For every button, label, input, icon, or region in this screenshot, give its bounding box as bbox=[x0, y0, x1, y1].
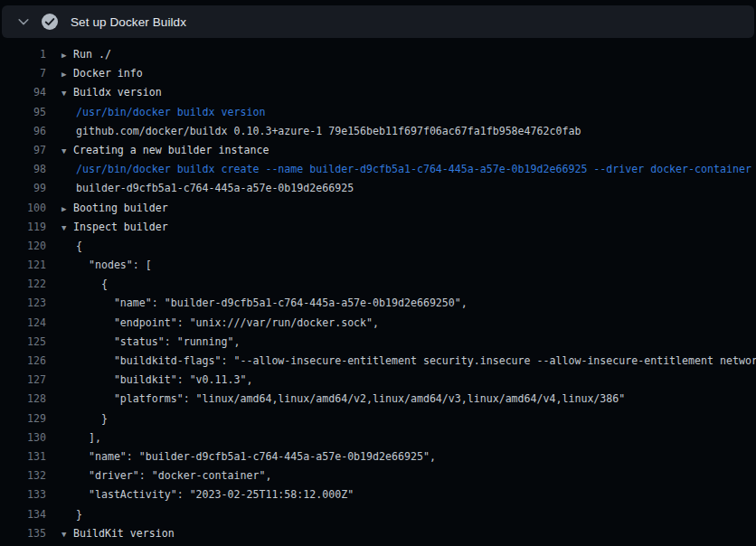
log-group-toggle[interactable]: ▶Run ./ bbox=[61, 45, 111, 64]
line-number[interactable]: 97 bbox=[0, 141, 46, 160]
log-line-text: "buildkitd-flags": "--allow-insecure-ent… bbox=[76, 354, 756, 367]
check-circle-icon bbox=[42, 14, 58, 30]
line-number[interactable]: 132 bbox=[0, 466, 46, 485]
log-line: 125 "status": "running", bbox=[0, 333, 756, 352]
log-output-text: github.com/docker/buildx 0.10.3+azure-1 … bbox=[76, 122, 581, 141]
log-line-text: "nodes": [ bbox=[76, 259, 152, 271]
line-number[interactable]: 99 bbox=[0, 179, 46, 198]
log-output-text: { bbox=[76, 275, 108, 294]
log-output-text: { bbox=[76, 237, 82, 256]
line-number[interactable]: 133 bbox=[0, 485, 46, 504]
line-number[interactable]: 135 bbox=[0, 524, 46, 543]
log-line: 128 "platforms": "linux/amd64,linux/amd6… bbox=[0, 390, 756, 409]
log-line-text: } bbox=[76, 412, 108, 425]
log-line: 129 } bbox=[0, 410, 756, 428]
log-line: 130 ], bbox=[0, 428, 756, 447]
log-line-text: "endpoint": "unix:///var/run/docker.sock… bbox=[76, 316, 379, 329]
line-number[interactable]: 120 bbox=[0, 237, 46, 256]
line-number[interactable]: 100 bbox=[0, 199, 46, 218]
line-number[interactable]: 95 bbox=[0, 103, 46, 122]
log-line: 124 "endpoint": "unix:///var/run/docker.… bbox=[0, 314, 756, 333]
log-line: 94▼Buildx version bbox=[0, 83, 756, 102]
log-line: 134} bbox=[0, 505, 756, 524]
log-group-toggle[interactable]: ▶Docker info bbox=[61, 64, 143, 83]
expand-triangle-icon[interactable]: ▶ bbox=[61, 65, 73, 83]
line-number[interactable]: 122 bbox=[0, 275, 46, 294]
log-line-text: { bbox=[76, 278, 108, 290]
expand-triangle-icon[interactable]: ▶ bbox=[61, 46, 73, 64]
log-line: 100▶Booting builder bbox=[0, 199, 756, 218]
line-number[interactable]: 131 bbox=[0, 447, 46, 466]
line-number[interactable]: 128 bbox=[0, 390, 46, 409]
log-output-text: "platforms": "linux/amd64,linux/amd64/v2… bbox=[76, 390, 625, 409]
step-title: Set up Docker Buildx bbox=[71, 15, 186, 29]
log-command-text: /usr/bin/docker buildx version bbox=[76, 103, 265, 122]
chevron-down-icon[interactable] bbox=[16, 14, 31, 29]
line-number[interactable]: 126 bbox=[0, 352, 46, 371]
log-output-text: "name": "builder-d9cfb5a1-c764-445a-a57e… bbox=[76, 447, 436, 466]
log-line-text: "name": "builder-d9cfb5a1-c764-445a-a57e… bbox=[76, 450, 436, 463]
log-group-toggle[interactable]: ▼Inspect builder bbox=[61, 218, 168, 237]
log-line: 120{ bbox=[0, 237, 756, 256]
log-line: 135▼BuildKit version bbox=[0, 524, 756, 543]
log-line-text: Buildx version bbox=[73, 86, 162, 99]
log-line: 126 "buildkitd-flags": "--allow-insecure… bbox=[0, 352, 756, 371]
line-number[interactable]: 124 bbox=[0, 314, 46, 333]
step-header[interactable]: Set up Docker Buildx bbox=[2, 5, 754, 38]
log-line-text: BuildKit version bbox=[73, 527, 175, 540]
log-line: 127 "buildkit": "v0.11.3", bbox=[0, 371, 756, 390]
log-line: 121 "nodes": [ bbox=[0, 256, 756, 275]
line-number[interactable]: 125 bbox=[0, 333, 46, 352]
expand-triangle-icon[interactable]: ▶ bbox=[61, 200, 73, 218]
collapse-triangle-icon[interactable]: ▼ bbox=[61, 142, 73, 160]
log-line: 132 "driver": "docker-container", bbox=[0, 466, 756, 485]
line-number[interactable]: 94 bbox=[0, 83, 46, 102]
line-number[interactable]: 121 bbox=[0, 256, 46, 275]
log-group-toggle[interactable]: ▼BuildKit version bbox=[61, 524, 175, 543]
log-line-text: Run ./ bbox=[73, 48, 111, 61]
log-line: 131 "name": "builder-d9cfb5a1-c764-445a-… bbox=[0, 447, 756, 466]
collapse-triangle-icon[interactable]: ▼ bbox=[61, 525, 73, 543]
log-line-text: Docker info bbox=[73, 67, 143, 80]
log-line: 96github.com/docker/buildx 0.10.3+azure-… bbox=[0, 122, 756, 141]
log-output-text: } bbox=[76, 505, 82, 524]
log-line-text: Inspect builder bbox=[73, 221, 168, 233]
log-line: 1▶Run ./ bbox=[0, 45, 756, 64]
log-line-text: "driver": "docker-container", bbox=[76, 469, 271, 482]
line-number[interactable]: 134 bbox=[0, 505, 46, 524]
log-line-text: /usr/bin/docker buildx create --name bui… bbox=[76, 163, 751, 175]
log-lines: 1▶Run ./7▶Docker info94▼Buildx version95… bbox=[0, 38, 756, 546]
log-line: 99builder-d9cfb5a1-c764-445a-a57e-0b19d2… bbox=[0, 179, 756, 198]
log-line-text: "status": "running", bbox=[76, 335, 240, 348]
line-number[interactable]: 96 bbox=[0, 122, 46, 141]
log-line: 133 "lastActivity": "2023-02-25T11:58:12… bbox=[0, 485, 756, 504]
line-number[interactable]: 119 bbox=[0, 218, 46, 237]
log-line-text: "platforms": "linux/amd64,linux/amd64/v2… bbox=[76, 392, 625, 405]
log-group-toggle[interactable]: ▼Buildx version bbox=[61, 83, 162, 102]
line-number[interactable]: 130 bbox=[0, 428, 46, 447]
log-group-toggle[interactable]: ▶Booting builder bbox=[61, 199, 168, 218]
log-output-text: "driver": "docker-container", bbox=[76, 466, 271, 485]
log-output-text: "nodes": [ bbox=[76, 256, 152, 275]
log-line: 122 { bbox=[0, 275, 756, 294]
actions-log-viewer: Set up Docker Buildx 1▶Run ./7▶Docker in… bbox=[0, 5, 756, 546]
log-line-text: { bbox=[76, 240, 82, 252]
line-number[interactable]: 1 bbox=[0, 45, 46, 64]
collapse-triangle-icon[interactable]: ▼ bbox=[61, 84, 73, 102]
log-line: 95/usr/bin/docker buildx version bbox=[0, 103, 756, 122]
collapse-triangle-icon[interactable]: ▼ bbox=[61, 219, 73, 237]
log-line-text: github.com/docker/buildx 0.10.3+azure-1 … bbox=[76, 125, 581, 137]
line-number[interactable]: 127 bbox=[0, 371, 46, 390]
line-number[interactable]: 129 bbox=[0, 410, 46, 428]
log-line-text: Creating a new builder instance bbox=[73, 144, 269, 156]
line-number[interactable]: 123 bbox=[0, 294, 46, 313]
log-line: 7▶Docker info bbox=[0, 64, 756, 83]
log-output-text: "buildkitd-flags": "--allow-insecure-ent… bbox=[76, 352, 756, 371]
log-group-toggle[interactable]: ▼Creating a new builder instance bbox=[61, 141, 269, 160]
log-line: 123 "name": "builder-d9cfb5a1-c764-445a-… bbox=[0, 294, 756, 313]
log-line: 119▼Inspect builder bbox=[0, 218, 756, 237]
log-line: 98/usr/bin/docker buildx create --name b… bbox=[0, 160, 756, 179]
line-number[interactable]: 7 bbox=[0, 64, 46, 83]
line-number[interactable]: 98 bbox=[0, 160, 46, 179]
log-line-text: builder-d9cfb5a1-c764-445a-a57e-0b19d2e6… bbox=[76, 182, 354, 194]
